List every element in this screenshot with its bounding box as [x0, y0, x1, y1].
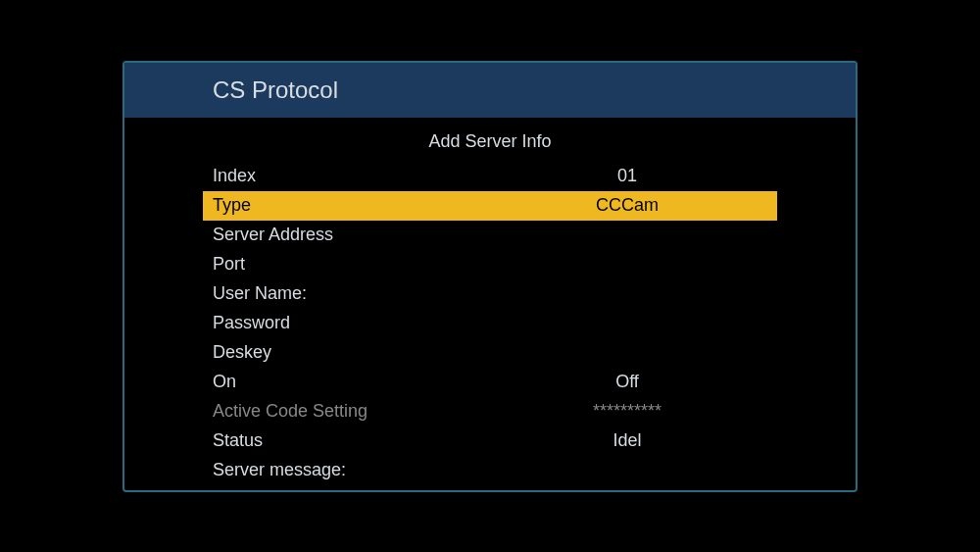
value-type: CCCam [487, 195, 767, 216]
label-user-name: User Name: [213, 283, 487, 304]
label-type: Type [213, 195, 487, 216]
label-deskey: Deskey [213, 342, 487, 363]
label-server-address: Server Address [213, 225, 487, 245]
label-status: Status [213, 430, 487, 451]
value-on: Off [487, 372, 767, 392]
page-title: CS Protocol [213, 76, 338, 104]
panel-header: CS Protocol [124, 63, 856, 118]
row-user-name[interactable]: User Name: [124, 279, 856, 309]
value-index: 01 [487, 166, 767, 186]
row-server-message[interactable]: Server message: [124, 456, 856, 485]
row-port[interactable]: Port [124, 250, 856, 279]
panel-content: Add Server Info Index 01 Type CCCam Serv… [124, 118, 856, 485]
row-server-address[interactable]: Server Address [124, 221, 856, 250]
label-port: Port [213, 254, 487, 275]
row-password[interactable]: Password [124, 309, 856, 338]
row-active-code: Active Code Setting ********** [124, 397, 856, 427]
label-server-message: Server message: [213, 460, 487, 480]
settings-panel: CS Protocol Add Server Info Index 01 Typ… [122, 61, 858, 492]
value-active-code: ********** [487, 401, 767, 422]
row-deskey[interactable]: Deskey [124, 338, 856, 368]
value-status: Idel [487, 430, 767, 451]
row-on[interactable]: On Off [124, 368, 856, 397]
label-on: On [213, 372, 487, 392]
label-index: Index [213, 166, 487, 186]
section-title: Add Server Info [124, 131, 856, 152]
row-status[interactable]: Status Idel [124, 427, 856, 456]
row-type[interactable]: Type CCCam [203, 191, 777, 221]
label-active-code: Active Code Setting [213, 401, 487, 422]
label-password: Password [213, 313, 487, 333]
row-index[interactable]: Index 01 [124, 162, 856, 191]
